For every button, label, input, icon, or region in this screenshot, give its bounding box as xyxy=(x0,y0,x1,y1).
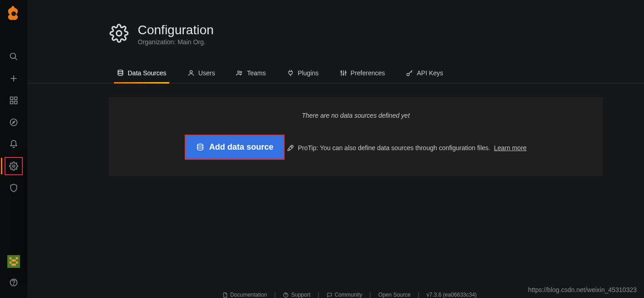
tab-plugins[interactable]: Plugins xyxy=(284,63,322,83)
svg-rect-13 xyxy=(10,257,12,260)
document-icon xyxy=(222,292,228,298)
svg-line-2 xyxy=(15,58,17,60)
gear-icon xyxy=(109,24,129,45)
tab-teams[interactable]: Teams xyxy=(233,63,268,83)
footer-opensource[interactable]: Open Source xyxy=(378,292,410,298)
configuration-icon[interactable] xyxy=(5,157,23,175)
svg-point-43 xyxy=(407,73,409,76)
dashboards-icon[interactable] xyxy=(5,91,23,110)
svg-rect-17 xyxy=(16,261,18,264)
svg-rect-15 xyxy=(11,259,16,261)
add-button-highlight: Add data source xyxy=(185,135,285,160)
protip-text: ProTip: You can also define data sources… xyxy=(298,144,490,152)
svg-rect-14 xyxy=(16,257,18,260)
tab-label: API Keys xyxy=(417,69,443,77)
tabs: Data Sources Users Teams Plugins Prefere… xyxy=(27,63,644,84)
svg-point-40 xyxy=(341,71,342,73)
svg-rect-6 xyxy=(15,97,17,100)
svg-rect-8 xyxy=(15,101,17,104)
svg-rect-18 xyxy=(11,264,16,266)
database-icon xyxy=(196,143,204,152)
content-panel: There are no data sources defined yet Ad… xyxy=(109,97,603,176)
svg-point-34 xyxy=(190,71,192,73)
key-icon xyxy=(406,69,413,77)
svg-point-41 xyxy=(343,73,344,75)
add-button-label: Add data source xyxy=(209,142,273,152)
protip-link[interactable]: Learn more xyxy=(494,144,527,152)
main-content: Configuration Organization: Main Org. Da… xyxy=(27,0,644,298)
search-icon[interactable] xyxy=(5,47,23,66)
watermark: https://blog.csdn.net/weixin_45310323 xyxy=(528,286,637,293)
svg-point-0 xyxy=(11,11,16,16)
user-avatar[interactable] xyxy=(7,255,20,268)
rocket-icon xyxy=(287,144,294,152)
plug-icon xyxy=(287,69,294,77)
svg-point-32 xyxy=(116,31,121,36)
page-title: Configuration xyxy=(138,23,214,37)
tab-label: Preferences xyxy=(351,69,385,77)
footer-documentation[interactable]: Documentation xyxy=(222,292,267,298)
svg-rect-16 xyxy=(10,261,12,264)
svg-rect-7 xyxy=(10,101,13,104)
user-icon xyxy=(187,69,195,77)
sidebar xyxy=(0,0,27,298)
svg-marker-10 xyxy=(13,121,15,124)
svg-point-44 xyxy=(197,144,203,146)
tab-label: Users xyxy=(198,69,215,77)
tab-label: Data Sources xyxy=(128,69,166,77)
svg-point-20 xyxy=(14,284,14,285)
svg-point-1 xyxy=(10,53,16,59)
add-data-source-button[interactable]: Add data source xyxy=(186,136,283,158)
svg-point-42 xyxy=(345,72,346,73)
svg-point-33 xyxy=(118,70,123,72)
page-header: Configuration Organization: Main Org. xyxy=(27,0,644,46)
question-icon xyxy=(283,292,289,298)
svg-point-11 xyxy=(13,165,15,167)
sliders-icon xyxy=(340,69,347,77)
alerting-icon[interactable] xyxy=(5,135,23,153)
users-icon xyxy=(236,69,243,77)
page-subtitle: Organization: Main Org. xyxy=(138,38,214,46)
footer-support[interactable]: Support xyxy=(283,292,310,298)
admin-icon[interactable] xyxy=(5,179,23,197)
database-icon xyxy=(117,69,124,77)
chat-icon xyxy=(327,292,332,298)
grafana-logo[interactable] xyxy=(5,5,23,23)
empty-state-text: There are no data sources defined yet xyxy=(118,112,594,119)
footer-community[interactable]: Community xyxy=(327,292,363,298)
svg-point-45 xyxy=(291,146,292,147)
svg-point-36 xyxy=(240,71,242,73)
svg-rect-5 xyxy=(10,97,13,100)
create-icon[interactable] xyxy=(5,69,23,88)
protip: ProTip: You can also define data sources… xyxy=(287,144,527,152)
tab-users[interactable]: Users xyxy=(185,63,218,83)
footer-version: v7.3.6 (ea06633c34) xyxy=(426,292,477,298)
tab-api-keys[interactable]: API Keys xyxy=(403,63,446,83)
tab-preferences[interactable]: Preferences xyxy=(337,63,388,83)
tab-data-sources[interactable]: Data Sources xyxy=(114,63,169,83)
help-icon[interactable] xyxy=(5,273,23,292)
svg-point-35 xyxy=(238,71,239,73)
tab-label: Plugins xyxy=(298,69,319,77)
tab-label: Teams xyxy=(247,69,265,77)
explore-icon[interactable] xyxy=(5,113,23,131)
